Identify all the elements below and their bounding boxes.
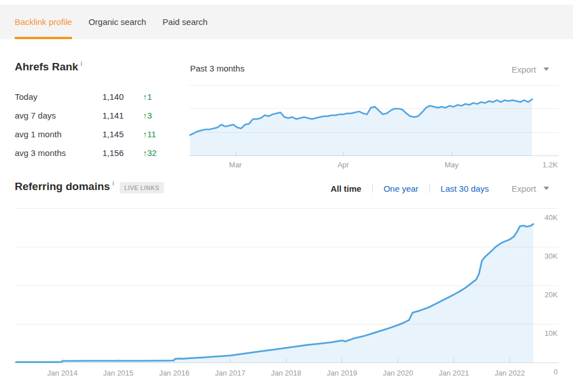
tab-label: Paid search <box>163 17 208 27</box>
y-axis-max-label: 1.2K <box>542 161 558 169</box>
referring-domains-title-text: Referring domains <box>15 180 110 192</box>
x-tick-label: Jan 2015 <box>103 369 134 377</box>
tab-backlink-profile[interactable]: Backlink profile <box>15 5 72 39</box>
y-tick-label: 20K <box>545 290 558 299</box>
x-tick-label: May <box>445 161 459 169</box>
tab-label: Backlink profile <box>15 17 72 27</box>
x-tick-label: Jan 2014 <box>47 369 78 377</box>
tab-label: Organic search <box>89 17 146 27</box>
referring-domains-header: Referring domainsi LIVE LINKS <box>15 180 164 193</box>
backlinks-dashboard: Backlink profile Organic search Paid sea… <box>0 0 573 392</box>
x-tick-label: Apr <box>338 161 349 169</box>
x-tick-label: Jan 2022 <box>495 369 525 377</box>
x-tick-label: Jan 2018 <box>271 369 302 377</box>
separator <box>372 184 373 193</box>
x-tick-label: Jan 2020 <box>383 369 414 377</box>
referring-domains-chart[interactable]: Jan 2014Jan 2015Jan 2016Jan 2017Jan 2018… <box>0 201 573 392</box>
referring-domains-controls: All time One year Last 30 days Export <box>331 183 549 194</box>
filter-one-year[interactable]: One year <box>384 184 419 193</box>
info-icon[interactable]: i <box>112 180 114 187</box>
dropdown-caret-icon <box>543 187 549 190</box>
x-tick-label: Jan 2019 <box>327 369 357 377</box>
x-tick-label: Jan 2021 <box>439 369 469 377</box>
live-links-badge: LIVE LINKS <box>120 182 164 193</box>
y-tick-label: 0 <box>554 368 558 376</box>
separator <box>429 184 430 193</box>
x-tick-label: Jan 2016 <box>159 369 189 377</box>
ahrefs-rank-chart[interactable]: MarAprMay1.2K <box>0 57 573 170</box>
y-tick-label: 30K <box>545 252 558 260</box>
x-tick-label: Jan 2017 <box>215 369 246 377</box>
export-button-referring-domains[interactable]: Export <box>512 184 549 193</box>
tab-organic-search[interactable]: Organic search <box>89 5 146 39</box>
x-tick-label: Mar <box>229 161 242 169</box>
referring-domains-title: Referring domainsi <box>15 180 114 193</box>
y-tick-label: 10K <box>545 329 558 338</box>
filter-all-time[interactable]: All time <box>331 184 361 193</box>
y-tick-label: 40K <box>545 213 558 222</box>
export-label: Export <box>512 184 536 193</box>
tab-bar: Backlink profile Organic search Paid sea… <box>0 5 573 39</box>
filter-last-30-days[interactable]: Last 30 days <box>441 184 489 193</box>
tab-paid-search[interactable]: Paid search <box>163 5 208 39</box>
